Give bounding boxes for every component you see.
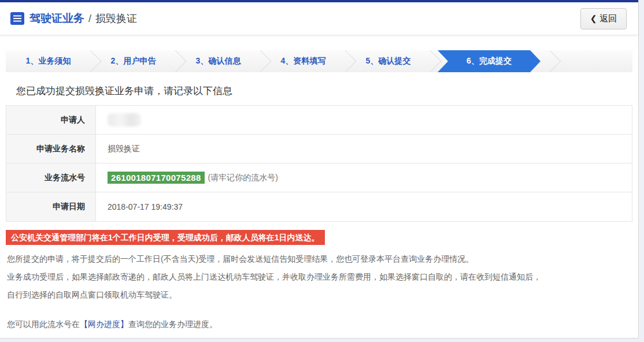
back-button-label: 返回 [599, 13, 617, 24]
list-form-icon [10, 12, 24, 25]
page-header: 驾驶证业务 / 损毁换证 ❮ 返回 [0, 2, 638, 35]
chevron-left-icon: ❮ [590, 14, 597, 23]
progress-query-line: 您可以用此流水号在【网办进度】查询您的业务办理进度。 [7, 319, 638, 330]
row-label: 申请人 [6, 106, 96, 134]
step-label: 1、业务须知 [26, 56, 71, 66]
online-progress-link[interactable]: 【网办进度】 [80, 319, 128, 329]
explanation-line: 业务成功受理后，如果选择邮政寄递的，邮政人员将上门送达机动车驾驶证，并收取办理业… [7, 268, 638, 286]
row-value: 损毁换证 [96, 135, 632, 163]
chevron-right-separator-icon [540, 51, 561, 72]
step-3-confirm-info[interactable]: 3、确认信息 [176, 50, 261, 72]
step-wizard-bar: 1、业务须知 2、用户申告 3、确认信息 4、资料填写 5、确认提交 6、完成提… [6, 50, 632, 72]
table-row-serial-number: 业务流水号 261001807170075288 (请牢记你的流水号) [6, 163, 632, 192]
breadcrumb-current-service: 损毁换证 [95, 12, 137, 25]
application-info-table: 申请人 申请业务名称 损毁换证 业务流水号 261001807170075288… [6, 105, 632, 222]
progress-suffix: 查询您的业务办理进度。 [128, 319, 217, 329]
step-1-business-notice[interactable]: 1、业务须知 [6, 50, 91, 72]
row-value: 261001807170075288 (请牢记你的流水号) [96, 163, 632, 192]
step-label: 2、用户申告 [111, 56, 156, 66]
breadcrumb-separator: / [88, 13, 91, 25]
step-6-complete-submit-active[interactable]: 6、完成提交 [438, 50, 541, 72]
success-message-title: 您已成功提交损毁换证业务申请，请记录以下信息 [16, 84, 638, 98]
step-2-user-declaration[interactable]: 2、用户申告 [91, 50, 176, 72]
processing-warning-banner: 公安机关交通管理部门将在1个工作日内受理，受理成功后，邮政人员将在1日内送达。 [6, 230, 325, 245]
table-row-business-name: 申请业务名称 损毁换证 [6, 135, 632, 163]
breadcrumb-business-category: 驾驶证业务 [29, 11, 84, 26]
table-row-applicant: 申请人 [6, 106, 632, 135]
explanation-line: 自行到选择的自取网点窗口领取机动车驾驶证。 [7, 286, 638, 304]
step-5-confirm-submit[interactable]: 5、确认提交 [346, 50, 431, 72]
serial-number-note: (请牢记你的流水号) [208, 173, 278, 183]
explanation-paragraphs: 您所提交的申请，将于提交后的一个工作日(不含当天)受理，届时会发送短信告知受理结… [7, 250, 638, 304]
row-label: 业务流水号 [6, 163, 96, 192]
row-label: 申请业务名称 [6, 135, 96, 163]
page-container: 驾驶证业务 / 损毁换证 ❮ 返回 1、业务须知 2、用户申告 3、确认信息 4… [0, 0, 639, 339]
step-label: 4、资料填写 [281, 56, 326, 66]
step-label: 3、确认信息 [196, 56, 241, 66]
row-value [96, 106, 632, 134]
masked-applicant-name [108, 113, 141, 127]
row-label: 申请日期 [6, 192, 96, 221]
table-row-apply-date: 申请日期 2018-07-17 19:49:37 [6, 192, 632, 221]
explanation-line: 您所提交的申请，将于提交后的一个工作日(不含当天)受理，届时会发送短信告知受理结… [7, 250, 638, 268]
serial-number-badge: 261001807170075288 [108, 172, 205, 184]
step-label: 6、完成提交 [467, 56, 512, 66]
row-value: 2018-07-17 19:49:37 [96, 192, 632, 221]
back-button[interactable]: ❮ 返回 [580, 8, 627, 29]
progress-prefix: 您可以用此流水号在 [7, 319, 80, 329]
step-4-fill-materials[interactable]: 4、资料填写 [261, 50, 346, 72]
step-label: 5、确认提交 [366, 56, 411, 66]
